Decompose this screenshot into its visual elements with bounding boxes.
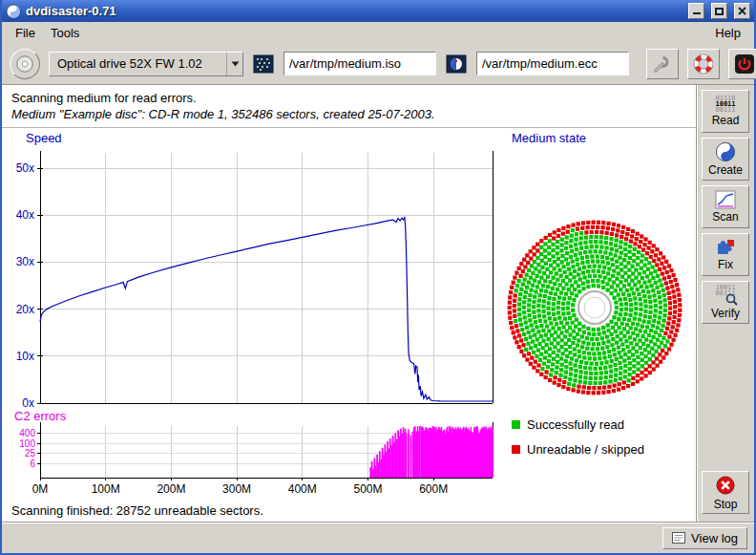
svg-text:400: 400 (19, 428, 35, 438)
medium-state-legend: Successfully read Unreadable / skipped (512, 417, 644, 457)
close-icon (738, 7, 746, 15)
legend-item-unreadable: Unreadable / skipped (512, 442, 644, 457)
disc-icon (14, 53, 35, 75)
svg-text:600M: 600M (419, 482, 448, 496)
read-button-label: Read (712, 114, 740, 127)
power-icon (733, 53, 756, 75)
menubar: File Tools Help (2, 22, 754, 43)
scan-button-label: Scan (712, 210, 738, 224)
fix-button[interactable]: Fix (702, 233, 749, 276)
legend-item-read: Successfully read (512, 417, 644, 432)
minimize-icon (693, 8, 701, 14)
scan-chart-icon (715, 190, 736, 209)
stop-icon (714, 474, 737, 497)
close-button[interactable] (734, 3, 750, 19)
menu-tools[interactable]: Tools (43, 24, 87, 42)
svg-text:25: 25 (25, 448, 36, 459)
app-window: dvdisaster-0.71 File Tools Help Optical … (0, 0, 756, 555)
toolbar: Optical drive 52X FW 1.02 (2, 43, 754, 85)
drive-select[interactable]: Optical drive 52X FW 1.02 (49, 52, 243, 76)
headline: Scanning medium for read errors. Medium … (2, 85, 696, 128)
titlebar[interactable]: dvdisaster-0.71 (2, 0, 754, 22)
svg-text:400M: 400M (288, 482, 317, 496)
quit-button[interactable] (728, 49, 756, 79)
main-area: Scanning medium for read errors. Medium … (2, 85, 696, 522)
svg-text:40x: 40x (16, 208, 34, 222)
read-ok-swatch (512, 420, 520, 429)
puzzle-icon (715, 238, 736, 257)
legend-label-read: Successfully read (527, 417, 624, 432)
view-log-button[interactable]: View log (662, 527, 747, 549)
maximize-button[interactable] (711, 3, 727, 19)
maximize-icon (715, 8, 724, 15)
menu-help[interactable]: Help (707, 24, 748, 42)
status-line-1: Scanning medium for read errors. (11, 91, 686, 105)
window-title: dvdisaster-0.71 (26, 4, 682, 18)
footer-bar: View log (2, 522, 754, 553)
help-button[interactable] (687, 49, 720, 79)
stop-button[interactable]: Stop (702, 471, 749, 514)
svg-text:0x: 0x (22, 396, 34, 410)
medium-state-title: Medium state (512, 131, 586, 145)
svg-text:300M: 300M (222, 482, 251, 496)
status-line-2: Medium "Example disc": CD-R mode 1, 3524… (11, 107, 686, 121)
stop-button-label: Stop (714, 498, 738, 511)
lifesaver-icon (693, 53, 714, 75)
svg-text:30x: 30x (16, 255, 34, 268)
wrench-icon (652, 53, 673, 75)
unreadable-swatch (512, 445, 520, 454)
image-file-icon (252, 53, 275, 75)
speed-chart: 0x10x20x30x40x50x (4, 143, 510, 413)
svg-text:0M: 0M (32, 482, 49, 496)
svg-text:50x: 50x (16, 161, 34, 175)
ecc-file-icon (445, 53, 468, 75)
scan-button[interactable]: Scan (702, 185, 749, 228)
scan-result-status: Scanning finished: 28752 unreadable sect… (11, 503, 263, 518)
preferences-button[interactable] (646, 49, 679, 79)
svg-text:20x: 20x (16, 303, 34, 316)
svg-text:200M: 200M (157, 482, 185, 496)
c2-errors-chart: 4001002560M100M200M300M400M500M600M (4, 420, 510, 499)
svg-text:500M: 500M (353, 482, 382, 496)
plot-area: Speed 0x10x20x30x40x50x Medium state Suc… (2, 128, 696, 522)
menu-file[interactable]: File (8, 24, 43, 42)
verify-button[interactable]: 1001100111 Verify (702, 281, 749, 324)
legend-label-unreadable: Unreadable / skipped (527, 442, 644, 457)
svg-text:6: 6 (30, 459, 35, 469)
fix-button-label: Fix (718, 258, 733, 271)
log-icon (672, 532, 685, 544)
minimize-button[interactable] (688, 3, 704, 19)
ecc-file-input[interactable] (476, 52, 629, 75)
verify-button-label: Verify (711, 307, 740, 320)
window-icon (6, 4, 21, 19)
action-sidebar: 011101001100111 Read Create (696, 85, 754, 522)
drive-eject-button[interactable] (10, 49, 40, 79)
view-log-label: View log (691, 531, 738, 545)
create-button[interactable]: Create (702, 138, 749, 181)
svg-text:100: 100 (19, 438, 35, 449)
verify-icon: 1001100111 (713, 285, 738, 306)
yinyang-icon (715, 141, 736, 162)
image-file-input[interactable] (284, 52, 436, 75)
svg-text:100M: 100M (92, 482, 120, 496)
svg-text:10x: 10x (16, 350, 34, 363)
medium-state-disc (499, 212, 690, 403)
read-icon: 011101001100111 (715, 96, 735, 113)
read-button[interactable]: 011101001100111 Read (702, 90, 749, 133)
drive-select-value: Optical drive 52X FW 1.02 (57, 56, 219, 71)
content: Scanning medium for read errors. Medium … (2, 85, 754, 522)
chevron-down-icon (226, 53, 242, 75)
create-button-label: Create (708, 163, 743, 177)
